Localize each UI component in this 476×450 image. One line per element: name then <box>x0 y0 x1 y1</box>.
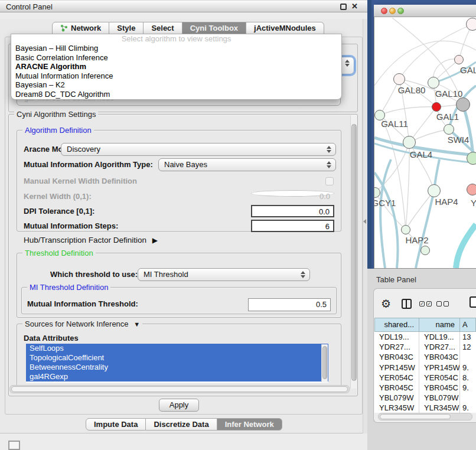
algorithm-option[interactable]: Bayesian – K2 <box>11 80 341 90</box>
network-window-titlebar[interactable] <box>374 5 476 17</box>
network-node-y[interactable] <box>467 184 476 195</box>
deselect-all-icon[interactable] <box>436 301 449 306</box>
popup-placeholder: Select algorithm to view settings <box>11 34 341 44</box>
network-node-gal4[interactable] <box>403 136 416 149</box>
divider-collapse-icon[interactable] <box>363 219 366 224</box>
apply-button[interactable]: Apply <box>159 399 199 412</box>
column-header[interactable]: A <box>460 318 476 332</box>
network-node-gal10[interactable] <box>428 77 439 89</box>
mi-steps-field[interactable]: 6 <box>251 220 334 232</box>
close-icon[interactable]: ✕ <box>351 2 358 11</box>
tab-label: Discretize Data <box>154 419 208 431</box>
table-cell: 13 <box>460 332 476 342</box>
algorithm-option[interactable]: Mutual Information Inference <box>11 71 341 81</box>
select-all-icon[interactable]: ✓✓ <box>419 301 432 306</box>
algorithm-option[interactable]: ARACNE Algorithm <box>11 62 341 71</box>
manual-kernel-checkbox[interactable] <box>325 177 334 185</box>
network-node-label: SWI4 <box>448 135 470 145</box>
tab-label: Network <box>71 22 101 34</box>
data-attribute-item[interactable]: BetweennessCentrality <box>26 363 328 372</box>
table-row[interactable]: YBL079WYBL079W <box>374 393 476 403</box>
tab-style[interactable]: Style <box>109 22 144 34</box>
table-cell: YER054C <box>419 373 460 383</box>
settings-vertical-thumb[interactable] <box>351 124 357 381</box>
table-row[interactable]: YDL19...YDL19...13 <box>374 332 476 342</box>
data-attribute-item[interactable]: SelfLoops <box>26 344 328 353</box>
network-node-gal1[interactable] <box>432 102 441 112</box>
data-attribute-item[interactable]: TopologicalCoefficient <box>26 353 328 363</box>
algorithm-option[interactable]: Dream8 DC_TDC Algorithm <box>11 90 341 99</box>
mi-type-combo[interactable]: Naive Bayes <box>158 158 336 171</box>
algorithm-option[interactable]: Basic Correlation Inference <box>11 53 341 63</box>
table-cell: YBR045C <box>374 383 419 393</box>
attributes-scrollbar-thumb[interactable] <box>322 346 327 379</box>
table-row[interactable]: YLR345WYLR345W9. <box>374 403 476 413</box>
sources-legend-label: Sources for Network Inference <box>25 319 129 328</box>
table-cell: 9. <box>460 363 476 373</box>
network-canvas[interactable]: GALGAL80GAL10GAL1GAL11SWI4GAL4GCY1HAP4YH… <box>374 18 476 268</box>
tab-impute-data[interactable]: Impute Data <box>86 418 146 431</box>
data-attributes-label: Data Attributes <box>24 332 79 345</box>
network-icon <box>60 24 68 32</box>
network-node-gal80[interactable] <box>393 73 405 85</box>
table-row[interactable]: YER054CYER054C8. <box>374 373 476 383</box>
attributes-scrollbar[interactable] <box>321 344 328 382</box>
close-traffic-light-icon[interactable] <box>381 8 387 14</box>
columns-icon[interactable] <box>402 299 412 309</box>
hub-expander[interactable]: Hub/Transcription Factor Definition ▶ <box>24 236 158 244</box>
expander-right-arrow-icon: ▶ <box>152 236 158 244</box>
tab-network[interactable]: Network <box>52 22 109 34</box>
network-node-label: GAL11 <box>381 119 408 129</box>
table-cell: 8. <box>460 373 476 383</box>
table-cell: YBR043C <box>374 352 419 362</box>
tab-jactivemnodules[interactable]: jActiveMNodules <box>246 22 324 34</box>
aracne-mode-value: Discovery <box>67 145 100 154</box>
tab-label: jActiveMNodules <box>254 22 316 34</box>
sources-legend[interactable]: Sources for Network Inference ▼ <box>22 319 142 328</box>
column-header[interactable]: name <box>419 318 460 332</box>
combo-arrows-icon <box>300 270 305 279</box>
panel-divider[interactable] <box>363 19 367 433</box>
table-row[interactable]: YPR145WYPR145W9. <box>374 363 476 373</box>
mi-threshold-legend: MI Threshold Definition <box>27 283 110 292</box>
table-row[interactable]: YBR043CYBR043C <box>374 352 476 362</box>
tab-cyni-toolbox[interactable]: Cyni Toolbox <box>182 22 246 34</box>
network-node-swi4[interactable] <box>444 124 454 135</box>
settings-vertical-scrollbar[interactable] <box>350 115 357 389</box>
table-cell: YDR27... <box>419 342 460 352</box>
network-node[interactable] <box>467 152 476 165</box>
tab-infer-network[interactable]: Infer Network <box>217 418 282 431</box>
which-threshold-combo[interactable]: MI Threshold <box>138 268 310 281</box>
zoom-traffic-light-icon[interactable] <box>397 8 404 14</box>
data-attribute-item[interactable]: gal4RGexp <box>26 372 328 381</box>
float-window-icon[interactable] <box>340 4 347 10</box>
table-cell: YBL079W <box>374 393 419 403</box>
tab-select[interactable]: Select <box>144 22 182 34</box>
table-cell: YDR27... <box>374 342 419 352</box>
network-node-hap2[interactable] <box>401 225 410 234</box>
network-node-gal[interactable] <box>454 55 464 64</box>
minimize-traffic-light-icon[interactable] <box>389 8 396 14</box>
network-node[interactable] <box>420 246 430 255</box>
network-node[interactable] <box>456 97 470 112</box>
dpi-tolerance-field[interactable]: 0.0 <box>251 205 334 217</box>
aracne-mode-combo[interactable]: Discovery <box>61 143 336 156</box>
network-node-label: GAL10 <box>435 89 463 99</box>
minimized-panel-icon[interactable] <box>8 441 20 450</box>
table-horizontal-scrollbar[interactable] <box>378 413 472 420</box>
page-icon[interactable] <box>470 296 476 308</box>
settings-horizontal-scrollbar[interactable] <box>9 385 350 393</box>
mi-threshold-field[interactable]: 0.5 <box>248 298 331 311</box>
table-cell: 9. <box>460 383 476 393</box>
column-header[interactable]: shared... <box>374 318 419 332</box>
algorithm-option[interactable]: Bayesian – Hill Climbing <box>11 44 341 53</box>
table-horizontal-thumb[interactable] <box>380 414 451 419</box>
gear-icon[interactable]: ⚙ <box>381 297 391 311</box>
table-row[interactable]: YDR27...YDR27...12 <box>374 342 476 352</box>
network-node[interactable] <box>466 18 476 31</box>
table-row[interactable]: YBR045CYBR045C9. <box>374 383 476 393</box>
data-attributes-list[interactable]: SelfLoopsTopologicalCoefficientBetweenne… <box>26 344 328 383</box>
network-node-hap4[interactable] <box>428 184 441 197</box>
settings-horizontal-thumb[interactable] <box>11 386 348 392</box>
tab-discretize-data[interactable]: Discretize Data <box>146 418 217 431</box>
